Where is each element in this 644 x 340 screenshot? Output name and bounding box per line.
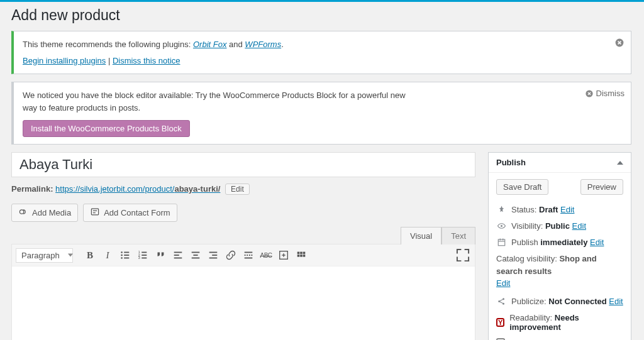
plugin-link-wpforms[interactable]: WPForms (245, 40, 281, 49)
svg-rect-40 (498, 239, 505, 246)
svg-rect-37 (300, 255, 303, 257)
publish-box-header[interactable]: Publish (489, 153, 631, 173)
bold-button[interactable]: B (82, 247, 98, 263)
format-select[interactable]: Paragraph (16, 248, 73, 263)
caret-up-icon (617, 161, 623, 165)
product-title-input[interactable] (11, 152, 475, 177)
svg-line-47 (499, 300, 502, 301)
edit-visibility-link[interactable]: Edit (572, 221, 586, 231)
editor-body[interactable] (12, 266, 475, 340)
align-center-button[interactable] (187, 247, 204, 263)
read-more-button[interactable] (240, 247, 257, 263)
add-media-button[interactable]: Add Media (11, 204, 78, 222)
svg-point-6 (121, 251, 123, 253)
svg-rect-36 (297, 255, 300, 257)
block-notice-text: We noticed you have the block editor ava… (23, 89, 413, 114)
add-contact-form-button[interactable]: Add Contact Form (83, 204, 177, 222)
schedule-row: Publish immediately Edit (496, 234, 623, 250)
seo-row: Y SEO: Not available (496, 335, 623, 341)
publicize-row: Publicize: Not Connected Edit (496, 293, 623, 310)
fullscreen-button[interactable] (455, 247, 471, 263)
edit-status-link[interactable]: Edit (560, 205, 574, 214)
insert-block-button[interactable] (275, 247, 292, 263)
calendar-icon (496, 237, 506, 247)
visibility-row: Visibility: Public Edit (496, 217, 623, 234)
bullet-list-button[interactable] (117, 247, 133, 263)
yoast-readability-icon: Y (496, 318, 504, 327)
svg-text:3: 3 (138, 256, 140, 260)
svg-rect-35 (303, 252, 306, 255)
edit-publicize-link[interactable]: Edit (609, 297, 623, 306)
share-icon (496, 297, 506, 307)
close-icon[interactable] (614, 38, 625, 48)
align-right-button[interactable] (205, 247, 221, 263)
svg-rect-34 (300, 252, 303, 255)
permalink-url[interactable]: https://silvia.jetorbit.com/product/abay… (55, 184, 220, 194)
theme-notice-text: This theme recommends the following plug… (23, 40, 193, 49)
dismiss-button[interactable]: Dismiss (585, 89, 625, 98)
media-icon (18, 207, 28, 219)
edit-permalink-button[interactable]: Edit (225, 184, 250, 195)
save-draft-button[interactable]: Save Draft (496, 179, 548, 195)
svg-point-8 (121, 255, 123, 256)
block-editor-notice: Dismiss We noticed you have the block ed… (11, 82, 631, 145)
svg-line-48 (499, 302, 502, 303)
begin-installing-link[interactable]: Begin installing plugins (23, 56, 106, 65)
svg-point-39 (501, 225, 502, 227)
eye-icon (496, 221, 506, 231)
preview-button[interactable]: Preview (580, 179, 623, 195)
blockquote-button[interactable] (152, 247, 169, 263)
plugin-link-orbit-fox[interactable]: Orbit Fox (193, 40, 226, 49)
readability-row: Y Readability: Needs improvement (496, 310, 623, 335)
permalink-label: Permalink: (11, 184, 53, 194)
form-icon (90, 207, 100, 219)
svg-point-10 (121, 257, 123, 259)
catalog-row: Catalog visibility: Shop and search resu… (496, 250, 623, 293)
page-title: Add new product (11, 2, 631, 28)
editor-toolbar: Paragraph B I 123 ABC (12, 244, 475, 266)
tab-visual[interactable]: Visual (401, 227, 441, 244)
italic-button[interactable]: I (99, 247, 116, 263)
theme-notice: This theme recommends the following plug… (11, 31, 631, 74)
dismiss-notice-link[interactable]: Dismiss this notice (113, 56, 180, 65)
publish-box: Publish Save Draft Preview Status: Draft… (488, 152, 631, 340)
tab-text[interactable]: Text (441, 227, 475, 244)
edit-catalog-link[interactable]: Edit (496, 278, 510, 288)
link-button[interactable] (223, 247, 239, 263)
svg-rect-38 (303, 255, 306, 257)
numbered-list-button[interactable]: 123 (135, 247, 151, 263)
spellcheck-button[interactable]: ABC (258, 247, 274, 263)
editor-container: Paragraph B I 123 ABC (11, 244, 475, 340)
svg-point-2 (19, 210, 23, 214)
status-row: Status: Draft Edit (496, 201, 623, 217)
toolbar-toggle-button[interactable] (293, 247, 309, 263)
align-left-button[interactable] (170, 247, 186, 263)
install-block-button[interactable]: Install the WooCommerce Products Block (23, 120, 190, 137)
pin-icon (496, 204, 506, 214)
svg-rect-3 (92, 209, 99, 215)
svg-rect-33 (297, 252, 300, 255)
edit-schedule-link[interactable]: Edit (590, 238, 604, 247)
